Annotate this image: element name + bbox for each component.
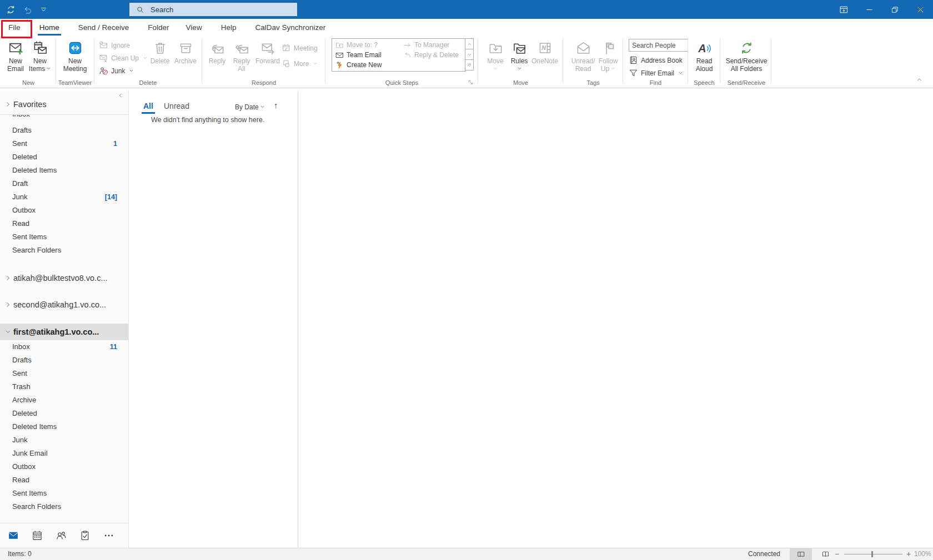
- tab-file[interactable]: File: [1, 19, 28, 36]
- folder-item[interactable]: Junk Email: [0, 447, 128, 460]
- folder-item[interactable]: Drafts: [0, 124, 128, 137]
- outlook-window: File Home Send / Receive Folder View Hel…: [0, 0, 933, 560]
- zoom-level[interactable]: 100%: [914, 550, 931, 558]
- folder-item[interactable]: Outbox: [0, 204, 128, 217]
- folder-item[interactable]: Deleted: [0, 150, 128, 164]
- send-receive-all-folders-button[interactable]: Send/Receive All Folders: [723, 37, 770, 79]
- gallery-scroll-up-icon[interactable]: [465, 38, 474, 49]
- normal-view-icon[interactable]: [790, 548, 812, 560]
- folder-item[interactable]: Trash: [0, 380, 128, 393]
- tab-caldav-synchronizer[interactable]: CalDav Synchronizer: [248, 19, 333, 36]
- sort-by-date-button[interactable]: By Date: [235, 103, 265, 111]
- folder-item[interactable]: Read: [0, 217, 128, 230]
- account-header[interactable]: second@atikahg1.vo.co...: [0, 296, 128, 313]
- folder-item[interactable]: Read: [0, 473, 128, 487]
- tab-view[interactable]: View: [179, 19, 209, 36]
- favorites-list: DraftsSent1DeletedDeleted ItemsDraftJunk…: [0, 124, 128, 257]
- folder-item[interactable]: Inbox11: [0, 340, 128, 354]
- rules-button[interactable]: Rules: [510, 37, 529, 79]
- favorites-partial-item[interactable]: Inbox: [0, 115, 128, 119]
- people-module-icon[interactable]: [56, 530, 67, 541]
- chevron-right-icon[interactable]: [5, 275, 11, 281]
- account-header[interactable]: atikah@bulktestvo8.vo.c...: [0, 270, 128, 286]
- items-count: Items: 0: [8, 550, 32, 558]
- chevron-down-icon[interactable]: [5, 329, 11, 335]
- folder-item[interactable]: Search Folders: [0, 244, 128, 257]
- folder-label: Drafts: [12, 356, 32, 364]
- tab-send-receive[interactable]: Send / Receive: [71, 19, 137, 36]
- trash-icon: [153, 38, 168, 58]
- ribbon-display-options-icon[interactable]: [831, 0, 856, 19]
- gallery-more-icon[interactable]: [465, 60, 474, 70]
- sort-direction-icon[interactable]: ↑: [274, 100, 278, 110]
- quick-step-create-new[interactable]: Create New: [335, 60, 382, 70]
- ribbon-group-send-receive: Send/Receive All Folders Send/Receive: [722, 36, 771, 88]
- junk-button[interactable]: Junk: [99, 65, 134, 77]
- new-meeting-button[interactable]: New Meeting: [61, 37, 89, 79]
- tab-home[interactable]: Home: [32, 19, 67, 36]
- message-list-pane: All Unread By Date ↑ We didn't find anyt…: [129, 90, 298, 548]
- folder-item[interactable]: Deleted Items: [0, 420, 128, 433]
- filter-email-button[interactable]: Filter Email: [629, 67, 683, 79]
- tab-all[interactable]: All: [143, 102, 153, 110]
- account-header-selected[interactable]: first@atikahg1.vo.co...: [0, 324, 128, 340]
- clean-up-icon: [99, 53, 108, 63]
- folder-item[interactable]: Sent Items: [0, 230, 128, 244]
- new-items-button[interactable]: New Items: [28, 37, 52, 79]
- folder-label: Outbox: [12, 462, 36, 471]
- tasks-module-icon[interactable]: [79, 530, 91, 541]
- favorites-header[interactable]: Favorites: [0, 98, 128, 111]
- group-label-find: Find: [625, 79, 686, 86]
- folder-label: Drafts: [12, 126, 32, 134]
- close-icon[interactable]: [907, 0, 933, 19]
- folder-item[interactable]: Sent1: [0, 137, 128, 150]
- new-email-button[interactable]: New Email: [4, 37, 27, 79]
- svg-text:N: N: [541, 44, 546, 51]
- tab-help[interactable]: Help: [214, 19, 244, 36]
- folder-label: Search Folders: [12, 246, 61, 254]
- address-book-button[interactable]: Address Book: [629, 54, 683, 66]
- tab-unread[interactable]: Unread: [164, 102, 189, 110]
- search-input[interactable]: [149, 5, 285, 14]
- new-items-icon: [33, 38, 48, 58]
- gallery-scroll-down-icon[interactable]: [465, 49, 474, 60]
- folder-item[interactable]: Sent Items: [0, 487, 128, 500]
- minimize-icon[interactable]: [856, 0, 882, 19]
- folder-item[interactable]: Draft: [0, 177, 128, 190]
- send-receive-sync-icon[interactable]: [6, 4, 16, 15]
- folder-item[interactable]: Junk[14]: [0, 190, 128, 204]
- zoom-in-icon[interactable]: +: [906, 549, 911, 558]
- folder-item[interactable]: Outbox: [0, 460, 128, 473]
- zoom-slider[interactable]: [844, 554, 902, 554]
- chevron-right-icon[interactable]: [5, 102, 11, 108]
- team-email-icon: [335, 51, 344, 59]
- forward-icon: [260, 38, 275, 58]
- ribbon-group-move: Move Rules N OneNote Move: [480, 36, 561, 88]
- customize-quick-access-caret-icon[interactable]: [40, 6, 47, 13]
- zoom-out-icon[interactable]: −: [835, 549, 839, 558]
- folder-item[interactable]: Sent: [0, 367, 128, 380]
- folder-item[interactable]: Archive: [0, 393, 128, 407]
- collapse-ribbon-icon[interactable]: [916, 77, 922, 83]
- group-label-quick-steps: Quick Steps: [327, 79, 476, 86]
- folder-label: Archive: [12, 396, 36, 404]
- folder-item[interactable]: Junk: [0, 433, 128, 447]
- chevron-right-icon[interactable]: [5, 302, 11, 308]
- mail-module-icon[interactable]: [8, 530, 19, 541]
- move-button: Move: [484, 37, 506, 79]
- reading-view-icon[interactable]: [814, 548, 836, 560]
- folder-label: Junk Email: [12, 449, 48, 457]
- folder-item[interactable]: Search Folders: [0, 500, 128, 513]
- folder-item[interactable]: Deleted Items: [0, 164, 128, 177]
- search-people-input[interactable]: [629, 39, 688, 52]
- read-aloud-button[interactable]: A Read Aloud: [693, 37, 716, 79]
- search-bar[interactable]: [129, 3, 297, 16]
- zoom-slider-thumb[interactable]: [871, 551, 873, 557]
- quick-step-team-email[interactable]: Team Email: [335, 50, 382, 60]
- calendar-module-icon[interactable]: [32, 530, 43, 541]
- folder-item[interactable]: Drafts: [0, 354, 128, 367]
- more-modules-icon[interactable]: [103, 530, 114, 541]
- folder-item[interactable]: Deleted: [0, 407, 128, 420]
- restore-icon[interactable]: [882, 0, 907, 19]
- tab-folder[interactable]: Folder: [141, 19, 176, 36]
